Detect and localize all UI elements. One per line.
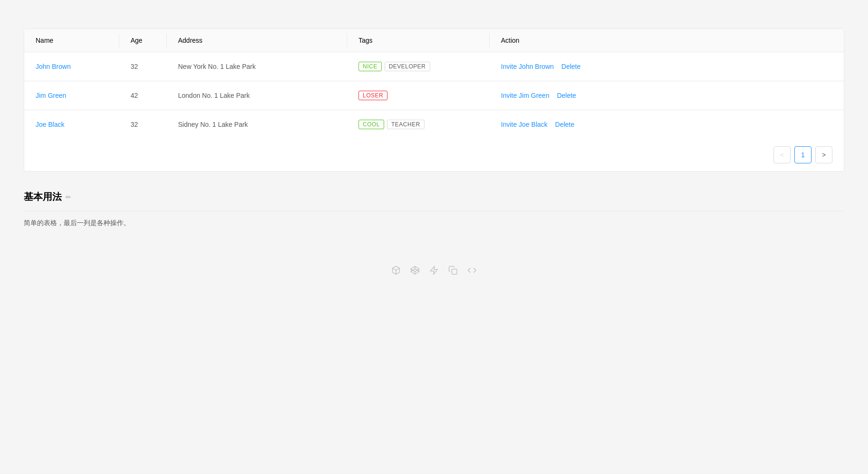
cell-address-0: New York No. 1 Lake Park (167, 52, 347, 81)
edit-icon[interactable]: ✏ (66, 193, 71, 201)
delete-link-0[interactable]: Delete (561, 63, 580, 70)
bottom-toolbar (24, 256, 844, 284)
invite-link-2[interactable]: Invite Joe Black (501, 121, 547, 128)
cell-address-1: London No. 1 Lake Park (167, 81, 347, 110)
section-title-area: 基本用法 ✏ (24, 190, 844, 211)
cell-age-0: 32 (119, 52, 167, 81)
pagination-prev[interactable]: < (774, 146, 791, 163)
code-icon[interactable] (467, 265, 477, 275)
invite-link-0[interactable]: Invite John Brown (501, 63, 554, 70)
table-row: Joe Black32Sidney No. 1 Lake ParkCOOLTEA… (24, 110, 844, 139)
svg-rect-5 (452, 269, 457, 275)
lightning-icon[interactable] (429, 265, 439, 275)
col-header-tags: Tags (347, 29, 490, 52)
pagination: < 1 > (24, 139, 844, 171)
tag-nice: NICE (359, 62, 382, 71)
cell-name-2: Joe Black (24, 110, 119, 139)
tag-teacher: TEACHER (387, 120, 425, 129)
main-table: Name Age Address Tags Action (24, 29, 844, 139)
tag-developer: DEVELOPER (385, 62, 430, 71)
col-header-action: Action (490, 29, 844, 52)
table-header-row: Name Age Address Tags Action (24, 29, 844, 52)
section-title: 基本用法 (24, 190, 62, 203)
cell-action-2: Invite Joe BlackDelete (490, 110, 844, 139)
cell-address-2: Sidney No. 1 Lake Park (167, 110, 347, 139)
delete-link-2[interactable]: Delete (555, 121, 574, 128)
col-header-age: Age (119, 29, 167, 52)
cell-age-2: 32 (119, 110, 167, 139)
tag-cool: COOL (359, 120, 384, 129)
tag-loser: LOSER (359, 91, 387, 100)
pagination-next[interactable]: > (815, 146, 832, 163)
cell-name-0: John Brown (24, 52, 119, 81)
table-row: Jim Green42London No. 1 Lake ParkLOSERIn… (24, 81, 844, 110)
col-header-name: Name (24, 29, 119, 52)
svg-marker-4 (431, 266, 438, 275)
page-wrapper: Name Age Address Tags Action (0, 0, 868, 303)
section-description: 简单的表格，最后一列是各种操作。 (24, 219, 844, 228)
name-link-0[interactable]: John Brown (36, 63, 71, 70)
cell-tags-1: LOSER (347, 81, 490, 110)
cell-name-1: Jim Green (24, 81, 119, 110)
cell-age-1: 42 (119, 81, 167, 110)
delete-link-1[interactable]: Delete (557, 92, 576, 99)
codepen-icon[interactable] (410, 265, 420, 275)
cell-tags-0: NICEDEVELOPER (347, 52, 490, 81)
copy-icon[interactable] (448, 265, 458, 275)
name-link-2[interactable]: Joe Black (36, 121, 65, 128)
table-row: John Brown32New York No. 1 Lake ParkNICE… (24, 52, 844, 81)
name-link-1[interactable]: Jim Green (36, 92, 66, 99)
invite-link-1[interactable]: Invite Jim Green (501, 92, 549, 99)
box-icon[interactable] (391, 265, 401, 275)
pagination-page-1[interactable]: 1 (794, 146, 811, 163)
cell-tags-2: COOLTEACHER (347, 110, 490, 139)
table-container: Name Age Address Tags Action (24, 28, 844, 171)
col-header-address: Address (167, 29, 347, 52)
cell-action-0: Invite John BrownDelete (490, 52, 844, 81)
cell-action-1: Invite Jim GreenDelete (490, 81, 844, 110)
